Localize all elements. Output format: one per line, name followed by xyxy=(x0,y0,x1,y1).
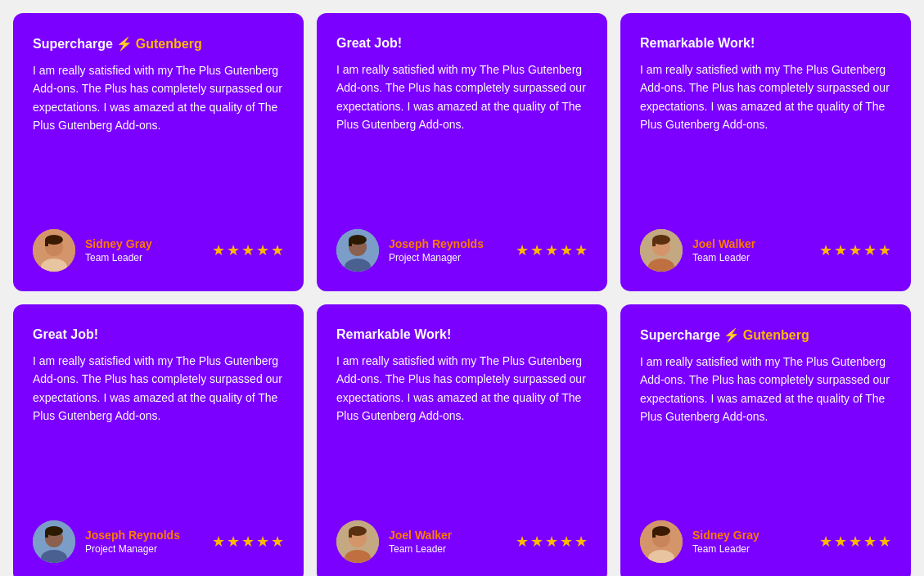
svg-rect-4 xyxy=(45,240,48,246)
card-title-text: Supercharge xyxy=(33,37,113,52)
card-title: Supercharge ⚡ Gutenberg xyxy=(640,327,891,343)
star-icon: ★ xyxy=(834,533,847,551)
star-icon: ★ xyxy=(878,241,891,259)
star-icon: ★ xyxy=(256,533,269,551)
person-role: Project Manager xyxy=(389,252,484,263)
card-footer: Sidney Gray Team Leader ★★★★★ xyxy=(640,520,891,563)
person-role: Team Leader xyxy=(389,543,452,555)
person-name: Joseph Reynolds xyxy=(85,529,180,542)
card-footer: Joel Walker Team Leader ★★★★★ xyxy=(640,229,891,272)
avatar xyxy=(336,520,379,563)
svg-rect-29 xyxy=(652,531,656,538)
star-icon: ★ xyxy=(530,533,543,551)
star-icon: ★ xyxy=(241,533,255,551)
card-footer: Joseph Reynolds Project Manager ★★★★★ xyxy=(336,229,588,272)
card-body: I am really satisfied with my The Plus G… xyxy=(640,353,891,426)
person-details: Joel Walker Team Leader xyxy=(389,529,452,555)
person-name: Joseph Reynolds xyxy=(389,237,484,250)
lightning-icon: ⚡ xyxy=(723,327,740,343)
star-icon: ★ xyxy=(560,533,573,551)
person-details: Joseph Reynolds Project Manager xyxy=(389,237,484,263)
card-body: I am really satisfied with my The Plus G… xyxy=(33,61,284,135)
testimonial-card-1: Supercharge ⚡ Gutenberg I am really sati… xyxy=(13,13,304,291)
star-icon: ★ xyxy=(241,241,255,259)
star-icon: ★ xyxy=(575,533,588,551)
star-rating: ★★★★★ xyxy=(516,533,588,551)
star-icon: ★ xyxy=(819,241,832,259)
card-body: I am really satisfied with my The Plus G… xyxy=(640,61,891,134)
avatar xyxy=(33,229,75,272)
card-title-text: Remarkable Work! xyxy=(336,327,451,342)
svg-rect-14 xyxy=(652,240,656,246)
avatar xyxy=(33,520,75,563)
avatar xyxy=(640,229,683,272)
star-rating: ★★★★★ xyxy=(819,241,891,259)
person-role: Project Manager xyxy=(85,543,180,555)
person-role: Team Leader xyxy=(692,543,759,555)
person-role: Team Leader xyxy=(692,252,755,263)
card-title-brand: Gutenberg xyxy=(136,37,202,52)
person-name: Sidney Gray xyxy=(692,529,759,542)
person-info: Joel Walker Team Leader xyxy=(336,520,452,563)
avatar xyxy=(640,520,683,563)
lightning-icon: ⚡ xyxy=(116,36,133,52)
card-footer: Joel Walker Team Leader ★★★★★ xyxy=(336,520,588,563)
person-details: Joseph Reynolds Project Manager xyxy=(85,529,180,555)
card-body: I am really satisfied with my The Plus G… xyxy=(336,352,588,425)
star-icon: ★ xyxy=(834,241,847,259)
star-icon: ★ xyxy=(530,241,543,259)
star-icon: ★ xyxy=(516,533,529,551)
star-rating: ★★★★★ xyxy=(819,533,891,551)
star-icon: ★ xyxy=(227,241,240,259)
star-icon: ★ xyxy=(516,241,529,259)
person-details: Sidney Gray Team Leader xyxy=(85,237,152,263)
card-title-text: Supercharge xyxy=(640,328,720,343)
svg-rect-9 xyxy=(349,240,352,246)
person-details: Sidney Gray Team Leader xyxy=(692,529,759,555)
person-info: Joel Walker Team Leader xyxy=(640,229,755,272)
person-info: Sidney Gray Team Leader xyxy=(640,520,759,563)
star-rating: ★★★★★ xyxy=(516,241,588,259)
card-title: Remarkable Work! xyxy=(640,36,891,51)
testimonial-card-6: Supercharge ⚡ Gutenberg I am really sati… xyxy=(620,304,911,576)
star-icon: ★ xyxy=(212,241,225,259)
star-icon: ★ xyxy=(227,533,240,551)
star-icon: ★ xyxy=(256,241,269,259)
card-footer: Joseph Reynolds Project Manager ★★★★★ xyxy=(33,520,284,563)
star-rating: ★★★★★ xyxy=(212,533,284,551)
testimonial-card-5: Remarkable Work! I am really satisfied w… xyxy=(317,304,607,576)
star-icon: ★ xyxy=(863,241,877,259)
person-info: Sidney Gray Team Leader xyxy=(33,229,152,272)
person-name: Joel Walker xyxy=(692,237,755,250)
avatar xyxy=(336,229,379,272)
star-icon: ★ xyxy=(271,533,284,551)
star-icon: ★ xyxy=(271,241,284,259)
svg-rect-24 xyxy=(349,531,352,538)
svg-rect-19 xyxy=(45,531,48,538)
star-icon: ★ xyxy=(878,533,891,551)
card-title-brand: Gutenberg xyxy=(743,328,809,343)
star-icon: ★ xyxy=(575,241,588,259)
person-info: Joseph Reynolds Project Manager xyxy=(33,520,180,563)
person-details: Joel Walker Team Leader xyxy=(692,237,755,263)
star-icon: ★ xyxy=(863,533,877,551)
star-icon: ★ xyxy=(819,533,832,551)
card-title: Supercharge ⚡ Gutenberg xyxy=(33,36,284,52)
person-role: Team Leader xyxy=(85,252,152,263)
person-info: Joseph Reynolds Project Manager xyxy=(336,229,484,272)
card-title-text: Remarkable Work! xyxy=(640,36,755,51)
card-body: I am really satisfied with my The Plus G… xyxy=(336,61,588,134)
card-footer: Sidney Gray Team Leader ★★★★★ xyxy=(33,229,284,272)
card-body: I am really satisfied with my The Plus G… xyxy=(33,352,284,425)
testimonial-card-2: Great Job! I am really satisfied with my… xyxy=(317,13,607,291)
card-title: Great Job! xyxy=(33,327,284,342)
testimonial-card-4: Great Job! I am really satisfied with my… xyxy=(13,304,304,576)
card-title-text: Great Job! xyxy=(336,36,402,51)
person-name: Sidney Gray xyxy=(85,237,152,250)
star-icon: ★ xyxy=(545,241,558,259)
person-name: Joel Walker xyxy=(389,529,452,542)
star-icon: ★ xyxy=(212,533,225,551)
card-title-text: Great Job! xyxy=(33,327,98,342)
star-rating: ★★★★★ xyxy=(212,241,284,259)
star-icon: ★ xyxy=(849,241,862,259)
